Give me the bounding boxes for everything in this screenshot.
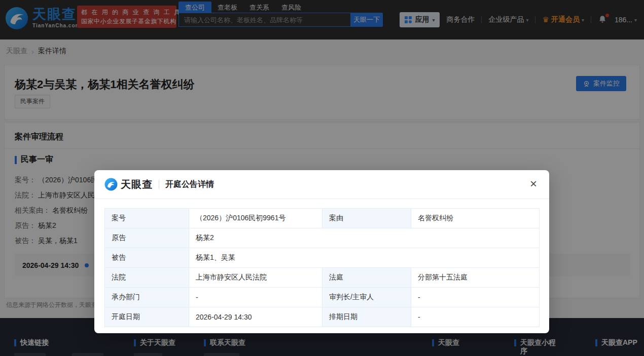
table-row: 承办部门 - 审判长/主审人 -: [105, 288, 540, 307]
modal-header: 天眼查 开庭公告详情 ×: [94, 170, 549, 199]
cell-label: 案由: [323, 209, 411, 228]
table-row: 开庭日期 2026-04-29 14:30 排期日期 -: [105, 307, 540, 327]
cell-value: 2026-04-29 14:30: [189, 307, 323, 327]
modal-title: 开庭公告详情: [165, 179, 214, 190]
table-row: 法院 上海市静安区人民法院 法庭 分部第十五法庭: [105, 268, 540, 288]
cell-label: 原告: [105, 228, 189, 248]
cell-label: 法院: [105, 268, 189, 288]
table-row: 原告 杨某2: [105, 228, 540, 248]
cell-value: -: [411, 307, 540, 327]
close-icon[interactable]: ×: [527, 177, 540, 191]
modal-logo-text: 天眼查: [121, 178, 153, 191]
tianyancha-swirl-icon: [104, 178, 118, 191]
cell-label: 被告: [105, 248, 189, 268]
cell-value: 分部第十五法庭: [411, 268, 540, 288]
hearing-detail-modal: 天眼查 开庭公告详情 × 案号 （2026）沪0106民初9961号 案由 名誉…: [94, 170, 549, 333]
cell-value: -: [411, 288, 540, 307]
cell-value: 杨某1、吴某: [189, 248, 540, 268]
cell-label: 审判长/主审人: [323, 288, 411, 307]
cell-label: 开庭日期: [105, 307, 189, 327]
divider: [159, 180, 159, 189]
table-row: 案号 （2026）沪0106民初9961号 案由 名誉权纠纷: [105, 209, 540, 228]
cell-label: 案号: [105, 209, 189, 228]
cell-value: 上海市静安区人民法院: [189, 268, 323, 288]
cell-value: （2026）沪0106民初9961号: [189, 209, 323, 228]
cell-value: 杨某2: [189, 228, 540, 248]
cell-value: 名誉权纠纷: [411, 209, 540, 228]
cell-value: -: [189, 288, 323, 307]
cell-label: 承办部门: [105, 288, 189, 307]
hearing-detail-table: 案号 （2026）沪0106民初9961号 案由 名誉权纠纷 原告 杨某2 被告…: [104, 208, 540, 327]
cell-label: 排期日期: [323, 307, 411, 327]
page: 天眼查 TianYanCha.com 都 在 用 的 商 业 查 询 工 具 国…: [0, 0, 644, 356]
cell-label: 法庭: [323, 268, 411, 288]
table-row: 被告 杨某1、吴某: [105, 248, 540, 268]
